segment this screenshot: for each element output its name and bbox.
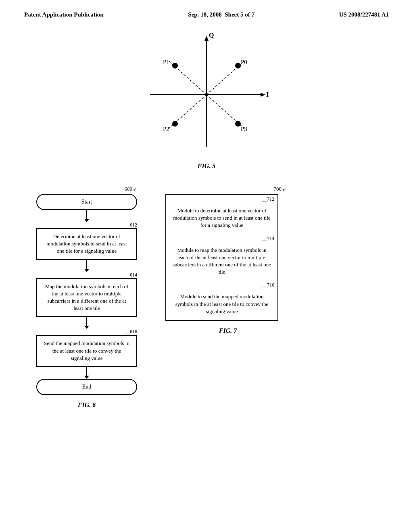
svg-point-10	[235, 63, 241, 69]
fig6-box612-label: ⸏612	[125, 222, 137, 228]
svg-text:P0: P0	[241, 59, 247, 65]
header-right: US 2008/227481 A1	[339, 11, 389, 18]
header-middle: Sep. 18, 2008 Sheet 5 of 7	[188, 11, 254, 18]
svg-text:I: I	[266, 91, 269, 98]
fig7-number: 700	[274, 186, 282, 192]
fig6-arrow-icon: ↙	[133, 186, 137, 192]
fig6-arrow-1	[84, 210, 89, 222]
fig6-end-box: End	[36, 379, 137, 395]
svg-marker-3	[261, 93, 265, 97]
svg-point-16	[235, 121, 241, 127]
fig6-arrow-4	[84, 367, 89, 379]
fig7-module-712: Module to determine at least one vector …	[166, 202, 277, 234]
fig6-box-616: Send the mapped modulation symbols in th…	[36, 335, 137, 367]
fig7-mod712-label: ⸏712	[262, 196, 274, 202]
fig7-mod716-label: ⸏716	[262, 282, 274, 288]
page-header: Patent Application Publication Sep. 18, …	[0, 0, 413, 22]
fig5-section: Q I P0 P1 P2 P3 FIG. 5	[0, 30, 413, 170]
svg-text:Q: Q	[209, 32, 214, 39]
fig6-flowchart: Start ⸏612 Determine at least one vector…	[28, 194, 145, 395]
fig6-box614-label: ⸏614	[125, 272, 137, 278]
fig6-container: 600 ↙ Start ⸏612 Determine at least one …	[24, 186, 149, 409]
fig6-arrow-2	[84, 260, 89, 272]
svg-point-12	[172, 63, 178, 69]
fig7-module-chart: ⸏712 Module to determine at least one ve…	[165, 194, 278, 321]
fig6-caption: FIG. 6	[78, 401, 96, 409]
fig5-caption: FIG. 5	[198, 162, 215, 170]
header-left: Patent Application Publication	[24, 11, 104, 18]
fig7-container: 700 ↙ ⸏712 Module to determine at least …	[165, 186, 290, 335]
fig6-start-box: Start	[36, 194, 137, 210]
svg-text:P3: P3	[241, 126, 247, 132]
fig7-mod714-label: ⸏714	[262, 236, 274, 242]
svg-text:P1: P1	[163, 59, 169, 65]
fig6-box616-label: ⸏616	[125, 329, 137, 335]
fig6-number: 600	[125, 186, 133, 192]
fig7-caption: FIG. 7	[219, 327, 237, 335]
fig6-box-612: Determine at least one vector of modulat…	[36, 228, 137, 260]
fig5-diagram: Q I P0 P1 P2 P3	[138, 30, 275, 159]
fig7-module-716: Module to send the mapped modulation sym…	[166, 288, 277, 320]
svg-point-14	[172, 121, 178, 127]
fig7-module-714: Module to map the modulation symbols in …	[166, 242, 277, 281]
figs-row: 600 ↙ Start ⸏612 Determine at least one …	[0, 174, 413, 409]
svg-marker-1	[204, 36, 209, 41]
fig6-arrow-3	[84, 317, 89, 329]
svg-text:P2: P2	[163, 126, 169, 132]
fig7-arrow-icon: ↙	[282, 186, 286, 192]
fig6-box-614: Map the modulation symbols in each of th…	[36, 278, 137, 317]
